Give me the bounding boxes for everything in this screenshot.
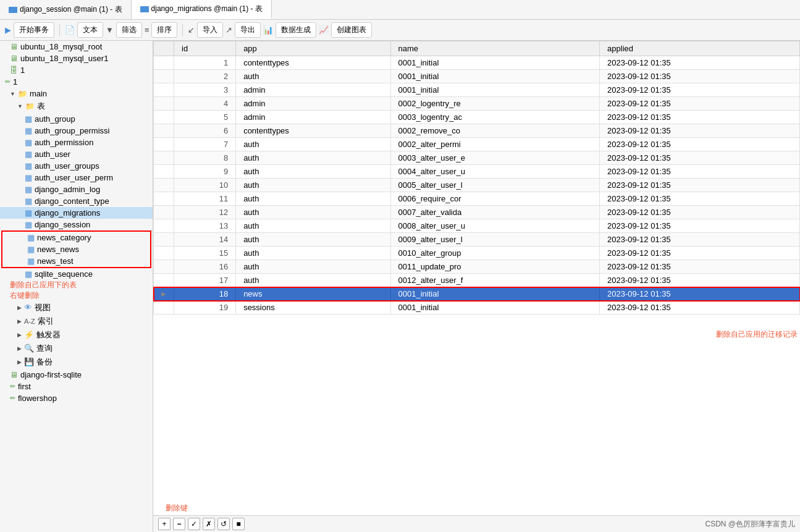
table-row[interactable]: 17auth0012_alter_user_f2023-09-12 01:35 — [154, 274, 800, 287]
import-button[interactable]: 导入 — [197, 22, 223, 38]
cell-applied: 2023-09-12 01:35 — [600, 192, 800, 206]
sidebar-item-auth-user-groups[interactable]: ▦ auth_user_groups — [0, 160, 153, 172]
expand-cell — [154, 138, 174, 151]
queries-icon: 🔍 — [24, 344, 34, 353]
table-row[interactable]: 13auth0008_alter_user_u2023-09-12 01:35 — [154, 219, 800, 233]
cell-name: 0004_alter_user_u — [390, 165, 600, 179]
cell-app: auth — [236, 70, 390, 83]
data-gen-button[interactable]: 数据生成 — [276, 22, 316, 38]
table-row[interactable]: 4admin0002_logentry_re2023-09-12 01:35 — [154, 97, 800, 111]
sidebar-item-django-session[interactable]: ▦ django_session — [0, 219, 153, 230]
sidebar-label-sqlite-sequence: sqlite_sequence — [35, 269, 93, 279]
table-row[interactable]: 3admin0001_initial2023-09-12 01:35 — [154, 83, 800, 97]
table-row[interactable]: 1contenttypes0001_initial2023-09-12 01:3… — [154, 56, 800, 70]
expand-cell — [154, 206, 174, 219]
sort-label: 排序 — [157, 25, 172, 35]
sidebar-item-views[interactable]: ▶ 👁 视图 — [0, 301, 153, 315]
col-name[interactable]: name — [390, 41, 600, 56]
export-button[interactable]: 导出 — [235, 22, 261, 38]
table-row[interactable]: 8auth0003_alter_user_e2023-09-12 01:35 — [154, 151, 800, 165]
table-row[interactable]: 7auth0002_alter_permi2023-09-12 01:35 — [154, 138, 800, 151]
sidebar-label-auth-user: auth_user — [35, 150, 70, 159]
col-app[interactable]: app — [236, 41, 390, 56]
cell-id: 14 — [174, 233, 236, 247]
col-id[interactable]: id — [174, 41, 236, 56]
table-row[interactable]: 15auth0010_alter_group2023-09-12 01:35 — [154, 247, 800, 260]
tab-django-session-label: django_session @main (1) - 表 — [20, 4, 122, 15]
tab-django-migrations[interactable]: django_migrations @main (1) - 表 — [132, 0, 272, 19]
table-row[interactable]: 16auth0011_update_pro2023-09-12 01:35 — [154, 260, 800, 274]
table-row[interactable]: 19sessions0001_initial2023-09-12 01:35 — [154, 301, 800, 315]
cell-applied: 2023-09-12 01:35 — [600, 260, 800, 274]
sidebar-item-auth-user[interactable]: ▦ auth_user — [0, 148, 153, 160]
table-row[interactable]: 11auth0006_require_cor2023-09-12 01:35 — [154, 192, 800, 206]
create-chart-button[interactable]: 创建图表 — [331, 22, 372, 38]
data-table-wrapper[interactable]: id app name applied 1contenttypes0001_in… — [153, 41, 800, 515]
sidebar-item-db1[interactable]: 🗄 1 — [0, 64, 153, 76]
stop-button[interactable]: ■ — [232, 518, 245, 530]
sidebar-item-flowershop[interactable]: ✏ flowershop — [0, 392, 153, 404]
table-row[interactable]: 5admin0003_logentry_ac2023-09-12 01:35 — [154, 111, 800, 124]
table-row[interactable]: 14auth0009_alter_user_l2023-09-12 01:35 — [154, 233, 800, 247]
sidebar-item-auth-permission[interactable]: ▦ auth_permission — [0, 137, 153, 148]
sidebar-item-django-first-sqlite[interactable]: 🖥 django-first-sqlite — [0, 369, 153, 381]
db-icon-first: ✏ — [10, 382, 15, 391]
sidebar-label-mysql-user1: ubuntu_18_mysql_user1 — [20, 54, 108, 63]
sidebar-label-auth-user-perm: auth_user_user_perm — [35, 173, 113, 182]
sidebar-item-auth-user-perm[interactable]: ▦ auth_user_user_perm — [0, 172, 153, 184]
cell-app: auth — [236, 219, 390, 233]
expand-arrow-tables: ▼ — [17, 103, 23, 109]
sidebar-label-auth-user-groups: auth_user_groups — [35, 161, 99, 171]
expand-cell — [154, 274, 174, 287]
table-icon-auth-group-perm: ▦ — [25, 126, 32, 135]
sidebar-item-queries[interactable]: ▶ 🔍 查询 — [0, 342, 153, 355]
table-row[interactable]: 9auth0004_alter_user_u2023-09-12 01:35 — [154, 165, 800, 179]
sort-button[interactable]: 排序 — [151, 22, 177, 38]
sidebar-item-auth-group-perm[interactable]: ▦ auth_group_permissi — [0, 125, 153, 137]
expand-cell — [154, 260, 174, 274]
sidebar-item-triggers[interactable]: ▶ ⚡ 触发器 — [0, 328, 153, 342]
table-row[interactable]: 2auth0001_initial2023-09-12 01:35 — [154, 70, 800, 83]
text-button[interactable]: 文本 — [77, 22, 103, 38]
table-row[interactable]: 12auth0007_alter_valida2023-09-12 01:35 — [154, 206, 800, 219]
sidebar-item-news-news[interactable]: ▦ news_news — [2, 243, 150, 255]
table-row[interactable]: ▶18news0001_initial2023-09-12 01:35 — [154, 287, 800, 301]
sidebar-label-index: 索引 — [38, 316, 54, 327]
sidebar-item-db1b[interactable]: ✏ 1 — [0, 76, 153, 88]
cell-name: 0006_require_cor — [390, 192, 600, 206]
sidebar-item-mysql-user1[interactable]: 🖥 ubuntu_18_mysql_user1 — [0, 53, 153, 64]
table-row[interactable]: 10auth0005_alter_user_l2023-09-12 01:35 — [154, 179, 800, 192]
confirm-button[interactable]: ✓ — [188, 518, 200, 530]
sidebar-item-main[interactable]: ▼ 📁 main — [0, 88, 153, 99]
sidebar-item-backup[interactable]: ▶ 💾 备份 — [0, 355, 153, 369]
add-row-button[interactable]: + — [158, 518, 171, 530]
delete-row-button[interactable]: − — [173, 518, 185, 530]
sidebar-item-django-content-type[interactable]: ▦ django_content_type — [0, 195, 153, 207]
sidebar-item-tables-group[interactable]: ▼ 📁 表 — [0, 99, 153, 113]
db-icon1b: ✏ — [5, 78, 11, 86]
table-row[interactable]: 6contenttypes0002_remove_co2023-09-12 01… — [154, 124, 800, 138]
tab-django-session[interactable]: django_session @main (1) - 表 — [0, 0, 132, 19]
sidebar-annotation-line2: 右键删除 — [10, 291, 40, 300]
sidebar-label-triggers: 触发器 — [36, 329, 61, 340]
triggers-icon: ⚡ — [24, 330, 34, 339]
sidebar-item-sqlite-sequence[interactable]: ▦ sqlite_sequence — [0, 268, 153, 280]
sidebar-item-news-category[interactable]: ▦ news_category — [2, 232, 150, 243]
cancel-edit-button[interactable]: ✗ — [203, 518, 215, 530]
refresh-button[interactable]: ↺ — [217, 518, 230, 530]
row17-annotation: 删除自己应用的迁移记录 — [716, 329, 800, 340]
sidebar-item-news-test[interactable]: ▦ news_test — [2, 255, 150, 267]
sidebar-item-index[interactable]: ▶ A-Z 索引 — [0, 315, 153, 328]
text-icon: 📄 — [65, 25, 75, 35]
col-applied[interactable]: applied — [600, 41, 800, 56]
cell-applied: 2023-09-12 01:35 — [600, 233, 800, 247]
sidebar-item-mysql-root[interactable]: 🖥 ubuntu_18_mysql_root — [0, 41, 153, 53]
cell-app: sessions — [236, 301, 390, 315]
cell-name: 0001_initial — [390, 70, 600, 83]
sidebar-item-django-admin-log[interactable]: ▦ django_admin_log — [0, 184, 153, 195]
sidebar-item-first[interactable]: ✏ first — [0, 381, 153, 392]
sidebar-item-auth-group[interactable]: ▦ auth_group — [0, 113, 153, 125]
filter-button[interactable]: 筛选 — [116, 22, 142, 38]
begin-transaction-button[interactable]: 开始事务 — [14, 22, 54, 38]
sidebar-item-django-migrations[interactable]: ▦ django_migrations — [0, 207, 153, 219]
